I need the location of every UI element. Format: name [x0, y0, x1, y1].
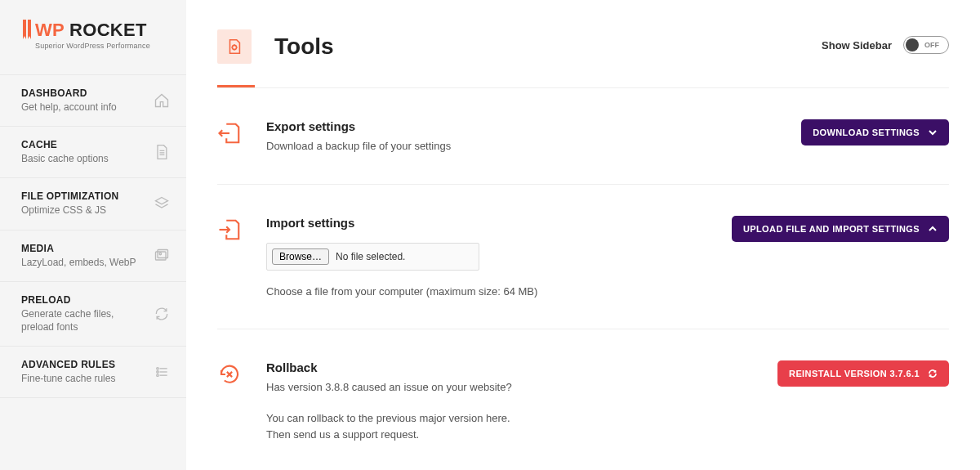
sidebar-item-file-optimization[interactable]: FILE OPTIMIZATION Optimize CSS & JS — [0, 178, 186, 230]
svg-point-2 — [159, 253, 162, 255]
sidebar: WP ROCKET Superior WordPress Performance… — [0, 0, 186, 470]
svg-point-9 — [232, 45, 236, 49]
toggle-knob — [906, 38, 919, 51]
rocket-ribbon-icon — [21, 20, 33, 47]
file-status: No file selected. — [336, 251, 405, 262]
page-title: Tools — [274, 34, 334, 60]
button-label: REINSTALL VERSION 3.7.6.1 — [789, 369, 920, 378]
export-section: Export settings Download a backup file o… — [217, 88, 949, 185]
show-sidebar-toggle[interactable]: OFF — [903, 36, 949, 54]
reinstall-button[interactable]: REINSTALL VERSION 3.7.6.1 — [777, 360, 949, 387]
sliders-icon — [154, 364, 170, 380]
import-section: Import settings Browse… No file selected… — [217, 185, 949, 330]
page-header: Tools Show Sidebar OFF — [217, 29, 949, 64]
export-icon — [217, 121, 243, 154]
sidebar-item-title: FILE OPTIMIZATION — [21, 190, 147, 202]
file-input-row: Browse… No file selected. — [266, 243, 479, 271]
tools-page-icon — [217, 29, 252, 64]
show-sidebar-label: Show Sidebar — [822, 39, 892, 51]
export-title: Export settings — [266, 119, 785, 133]
sidebar-nav: DASHBOARD Get help, account info CACHE B… — [0, 74, 186, 398]
sidebar-item-cache[interactable]: CACHE Basic cache options — [0, 127, 186, 178]
svg-point-7 — [157, 374, 159, 377]
sidebar-item-desc: Get help, account info — [21, 101, 147, 114]
button-label: UPLOAD FILE AND IMPORT SETTINGS — [743, 224, 920, 234]
upload-import-button[interactable]: UPLOAD FILE AND IMPORT SETTINGS — [732, 216, 949, 242]
export-desc: Download a backup file of your settings — [266, 138, 785, 154]
download-settings-button[interactable]: DOWNLOAD SETTINGS — [801, 119, 949, 145]
browse-button[interactable]: Browse… — [272, 248, 329, 265]
sidebar-item-desc: Optimize CSS & JS — [21, 204, 147, 217]
images-icon — [154, 248, 170, 264]
rollback-section: Rollback Has version 3.8.8 caused an iss… — [217, 329, 949, 470]
import-title: Import settings — [266, 216, 715, 230]
svg-point-5 — [157, 371, 159, 374]
rollback-line1: You can rollback to the previous major v… — [266, 410, 761, 427]
logo-rocket: ROCKET — [69, 20, 147, 40]
sidebar-item-desc: LazyLoad, embeds, WebP — [21, 256, 147, 269]
refresh-icon — [928, 369, 938, 378]
logo: WP ROCKET Superior WordPress Performance — [0, 0, 186, 74]
layers-icon — [154, 195, 170, 212]
sidebar-item-title: DASHBOARD — [21, 87, 147, 99]
logo-wp: WP — [35, 20, 65, 40]
sidebar-item-desc: Basic cache options — [21, 152, 147, 165]
sidebar-item-title: PRELOAD — [21, 294, 147, 306]
sidebar-item-title: ADVANCED RULES — [21, 359, 147, 370]
logo-tagline: Superior WordPress Performance — [35, 42, 150, 50]
import-icon — [217, 217, 243, 300]
refresh-icon — [154, 306, 170, 322]
sidebar-item-preload[interactable]: PRELOAD Generate cache files, preload fo… — [0, 282, 186, 347]
svg-point-3 — [157, 368, 159, 370]
file-icon — [154, 144, 170, 160]
sidebar-item-desc: Fine-tune cache rules — [21, 372, 147, 385]
rollback-title: Rollback — [266, 360, 761, 374]
sidebar-item-dashboard[interactable]: DASHBOARD Get help, account info — [0, 75, 186, 127]
import-desc: Choose a file from your computer (maximu… — [266, 284, 715, 300]
sidebar-item-title: CACHE — [21, 139, 147, 150]
rollback-icon — [217, 362, 243, 444]
main-content: Tools Show Sidebar OFF Export settings — [186, 0, 980, 470]
home-icon — [154, 92, 170, 109]
sidebar-item-media[interactable]: MEDIA LazyLoad, embeds, WebP — [0, 231, 186, 282]
rollback-question: Has version 3.8.8 caused an issue on you… — [266, 379, 761, 396]
chevron-down-icon — [928, 128, 938, 137]
chevron-up-icon — [928, 224, 938, 234]
button-label: DOWNLOAD SETTINGS — [813, 128, 920, 137]
toggle-state: OFF — [924, 41, 939, 49]
sidebar-item-title: MEDIA — [21, 243, 147, 254]
sidebar-item-advanced-rules[interactable]: ADVANCED RULES Fine-tune cache rules — [0, 347, 186, 398]
sidebar-item-desc: Generate cache files, preload fonts — [21, 307, 147, 333]
rollback-line2: Then send us a support request. — [266, 427, 761, 444]
